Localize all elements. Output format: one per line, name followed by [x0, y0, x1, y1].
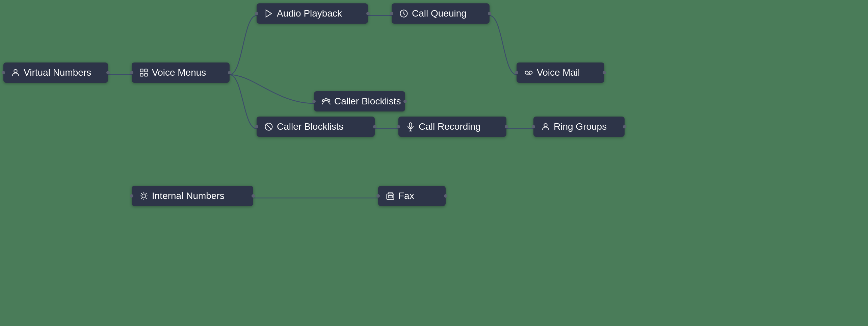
fax-icon — [386, 191, 395, 201]
node-virtual-numbers[interactable]: Virtual Numbers — [3, 62, 108, 83]
svg-rect-20 — [387, 194, 394, 199]
voicemail-icon — [524, 68, 533, 77]
svg-rect-3 — [140, 73, 143, 76]
node-label: Call Queuing — [412, 8, 467, 19]
node-caller-blocklists[interactable]: Caller Blocklists — [257, 117, 375, 137]
canvas: Virtual Numbers Voice Menus Audio Playba… — [0, 0, 868, 326]
svg-point-7 — [525, 71, 528, 74]
node-voice-mail[interactable]: Voice Mail — [517, 62, 604, 83]
node-label: Virtual Numbers — [24, 67, 91, 78]
call-queue-icon — [399, 9, 409, 18]
node-voice-menus[interactable]: Voice Menus — [132, 62, 230, 83]
node-label: Voice Menus — [152, 67, 206, 78]
svg-rect-21 — [388, 196, 392, 198]
svg-rect-2 — [144, 69, 147, 72]
node-audio-playback[interactable]: Audio Playback — [257, 3, 368, 24]
svg-marker-5 — [266, 10, 271, 17]
block-icon — [264, 122, 273, 131]
node-label: Audio Playback — [277, 8, 342, 19]
svg-line-14 — [266, 124, 272, 130]
svg-rect-4 — [144, 73, 147, 76]
node-conference[interactable]: Caller Blocklists — [314, 91, 405, 111]
grid-icon — [139, 68, 149, 77]
svg-point-19 — [142, 194, 146, 198]
svg-rect-1 — [140, 69, 143, 72]
node-label: Call Recording — [419, 121, 481, 132]
node-call-queuing[interactable]: Call Queuing — [392, 3, 490, 24]
node-label: Ring Groups — [554, 121, 607, 132]
internal-icon — [139, 191, 149, 201]
play-icon — [264, 9, 273, 18]
node-ring-groups[interactable]: Ring Groups — [533, 117, 625, 137]
svg-rect-15 — [410, 123, 412, 127]
node-label: Caller Blocklists — [334, 96, 401, 107]
ring-groups-icon — [541, 122, 550, 131]
conference-icon — [321, 97, 331, 106]
svg-point-18 — [544, 124, 547, 127]
node-label: Voice Mail — [537, 67, 580, 78]
svg-point-8 — [529, 71, 532, 74]
svg-point-0 — [14, 70, 17, 73]
person-icon — [11, 68, 20, 77]
node-internal-numbers[interactable]: Internal Numbers — [132, 186, 253, 206]
connections-svg — [0, 0, 868, 326]
node-label: Internal Numbers — [152, 191, 225, 201]
node-label: Caller Blocklists — [277, 121, 344, 132]
node-call-recording[interactable]: Call Recording — [398, 117, 506, 137]
node-fax[interactable]: Fax — [378, 186, 446, 206]
node-label: Fax — [398, 191, 414, 201]
mic-icon — [406, 122, 415, 131]
svg-point-22 — [392, 195, 393, 196]
